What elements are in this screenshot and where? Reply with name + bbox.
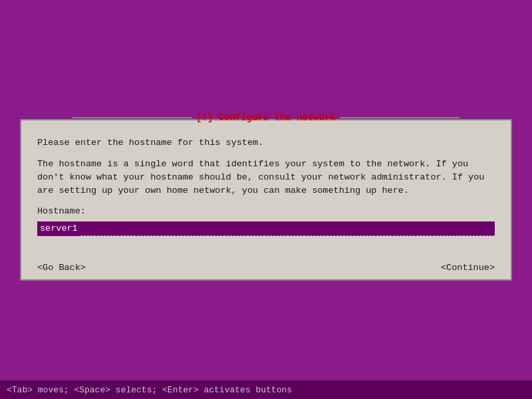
go-back-button[interactable]: <Go Back> <box>32 261 91 274</box>
description-line1: Please enter the hostname for this syste… <box>37 136 495 150</box>
status-bar-text: <Tab> moves; <Space> selects; <Enter> ac… <box>7 385 292 395</box>
title-line-right <box>340 117 460 118</box>
dialog-content: Please enter the hostname for this syste… <box>21 120 511 259</box>
status-bar: <Tab> moves; <Space> selects; <Enter> ac… <box>0 380 532 399</box>
title-line-left <box>72 117 192 118</box>
hostname-input-value[interactable]: server1 <box>37 221 80 236</box>
dialog-title-bar: [!] Configure the network <box>72 112 460 123</box>
dialog-title: [!] Configure the network <box>196 112 336 123</box>
buttons-row: <Go Back> <Continue> <box>21 259 511 279</box>
hostname-label: Hostname: <box>37 206 495 216</box>
hostname-input-row: server1 <box>37 221 495 236</box>
continue-button[interactable]: <Continue> <box>436 261 500 274</box>
hostname-input-field[interactable] <box>80 221 495 236</box>
description-line2: The hostname is a single word that ident… <box>37 158 495 198</box>
configure-network-dialog: [!] Configure the network Please enter t… <box>20 119 512 281</box>
